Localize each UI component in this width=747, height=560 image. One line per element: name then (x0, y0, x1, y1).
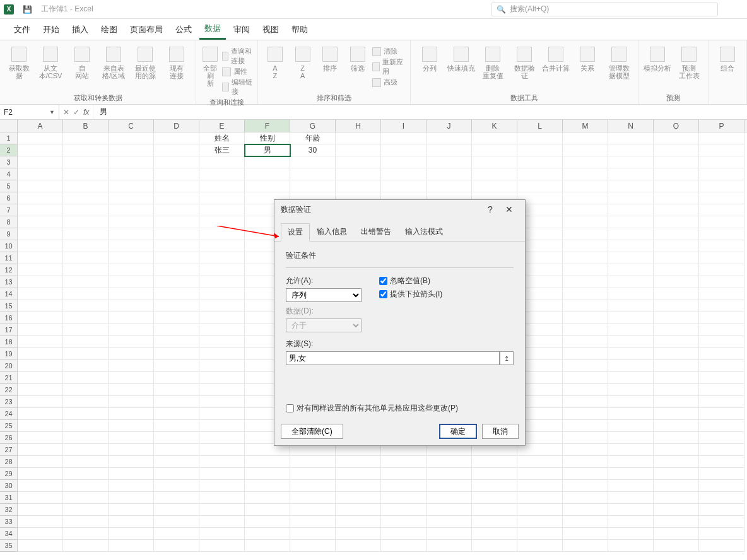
cell[interactable] (18, 216, 63, 228)
cell[interactable] (563, 192, 608, 204)
cell[interactable] (563, 228, 608, 240)
cell[interactable] (699, 456, 744, 468)
tab-文件[interactable]: 文件 (9, 20, 35, 39)
cell[interactable] (699, 312, 744, 324)
row-header[interactable]: 17 (0, 324, 18, 336)
cell[interactable] (109, 228, 154, 240)
cell[interactable] (699, 204, 744, 216)
cell[interactable] (154, 180, 199, 192)
cell[interactable] (109, 408, 154, 420)
cell[interactable] (608, 444, 654, 456)
cell[interactable] (563, 528, 608, 540)
cell[interactable] (109, 372, 154, 384)
cell[interactable] (154, 528, 199, 540)
row-header[interactable]: 14 (0, 288, 18, 300)
cell[interactable] (699, 480, 744, 492)
cell[interactable] (63, 384, 109, 396)
cell[interactable] (608, 360, 654, 372)
cell[interactable] (154, 240, 199, 252)
cell[interactable] (336, 492, 381, 504)
ribbon-button[interactable]: 现有连接 (162, 43, 192, 79)
row-header[interactable]: 23 (0, 396, 18, 408)
cancel-button[interactable]: 取消 (482, 424, 519, 439)
cell[interactable] (109, 180, 154, 192)
cell[interactable] (63, 216, 109, 228)
ignore-blank-checkbox[interactable] (379, 277, 387, 285)
cell[interactable] (245, 480, 290, 492)
cell[interactable] (517, 468, 563, 480)
cell[interactable] (472, 132, 517, 144)
cell[interactable]: 30 (290, 144, 336, 156)
row-header[interactable]: 25 (0, 420, 18, 432)
cell[interactable] (563, 444, 608, 456)
cell[interactable] (472, 144, 517, 156)
row-header[interactable]: 6 (0, 192, 18, 204)
cell[interactable] (18, 252, 63, 264)
ribbon-button[interactable]: 合并计算 (541, 43, 571, 72)
cell[interactable] (608, 228, 654, 240)
cell[interactable] (563, 288, 608, 300)
cell[interactable] (563, 180, 608, 192)
tab-视图[interactable]: 视图 (257, 20, 284, 39)
cell[interactable] (381, 144, 426, 156)
cell[interactable] (199, 312, 245, 324)
cell[interactable] (381, 156, 426, 168)
cell[interactable] (63, 288, 109, 300)
cell[interactable] (654, 504, 699, 516)
cell[interactable] (654, 384, 699, 396)
cell[interactable] (154, 204, 199, 216)
cell[interactable] (109, 528, 154, 540)
cell[interactable] (63, 168, 109, 180)
cell[interactable] (154, 252, 199, 264)
tab-帮助[interactable]: 帮助 (286, 20, 313, 39)
cell[interactable] (699, 348, 744, 360)
cell[interactable] (109, 468, 154, 480)
cell[interactable] (654, 216, 699, 228)
cell[interactable] (63, 360, 109, 372)
cell[interactable] (654, 360, 699, 372)
cell[interactable] (154, 144, 199, 156)
cell[interactable] (426, 516, 472, 528)
ribbon-button[interactable]: 分列 (415, 43, 445, 72)
cell[interactable] (472, 492, 517, 504)
cell[interactable] (63, 156, 109, 168)
cell[interactable] (63, 204, 109, 216)
cell[interactable] (563, 360, 608, 372)
cell[interactable] (290, 156, 336, 168)
cell[interactable] (426, 528, 472, 540)
cell[interactable] (654, 348, 699, 360)
cell[interactable] (699, 528, 744, 540)
cell[interactable] (608, 540, 654, 552)
cell[interactable] (699, 132, 744, 144)
ribbon-mini-button[interactable]: 高级 (372, 78, 406, 87)
cell[interactable] (199, 324, 245, 336)
cell[interactable] (608, 324, 654, 336)
cell[interactable] (654, 240, 699, 252)
cell[interactable] (336, 540, 381, 552)
row-header[interactable]: 30 (0, 480, 18, 492)
cell[interactable] (699, 468, 744, 480)
column-header[interactable]: G (290, 120, 336, 132)
cell[interactable] (426, 504, 472, 516)
cell[interactable] (18, 144, 63, 156)
cell[interactable] (426, 144, 472, 156)
cell[interactable] (18, 372, 63, 384)
cell[interactable] (63, 228, 109, 240)
cell[interactable] (426, 180, 472, 192)
row-header[interactable]: 8 (0, 216, 18, 228)
ribbon-button[interactable]: 来自表格/区域 (98, 43, 129, 79)
cell[interactable] (699, 324, 744, 336)
cell[interactable] (336, 528, 381, 540)
cell[interactable] (608, 432, 654, 444)
cell[interactable] (154, 336, 199, 348)
column-header[interactable]: P (699, 120, 744, 132)
cell[interactable] (563, 456, 608, 468)
cell[interactable] (336, 468, 381, 480)
cell[interactable] (699, 396, 744, 408)
cell[interactable] (381, 528, 426, 540)
cell[interactable] (18, 540, 63, 552)
cell[interactable] (563, 324, 608, 336)
cell[interactable] (109, 420, 154, 432)
cell[interactable] (154, 492, 199, 504)
column-header[interactable]: B (63, 120, 109, 132)
